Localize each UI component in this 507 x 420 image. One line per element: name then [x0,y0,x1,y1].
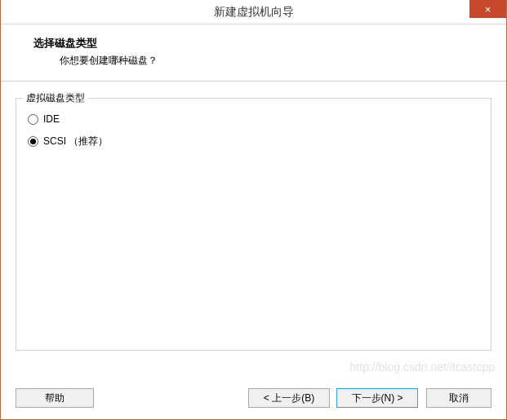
content-area: 虚拟磁盘类型 IDE SCSI （推荐） [1,82,506,380]
close-button[interactable]: × [469,0,506,18]
header-section: 选择磁盘类型 你想要创建哪种磁盘？ [1,24,506,82]
radio-option-ide[interactable]: IDE [28,113,479,125]
radio-icon [28,114,38,125]
next-button[interactable]: 下一步(N) > [336,388,418,408]
page-subtitle: 你想要创建哪种磁盘？ [60,54,490,68]
radio-label: SCSI （推荐） [43,135,108,148]
fieldset-legend: 虚拟磁盘类型 [23,91,88,105]
radio-label: IDE [43,113,60,125]
radio-option-scsi[interactable]: SCSI （推荐） [28,135,479,148]
radio-group: IDE SCSI （推荐） [28,113,479,148]
close-icon: × [485,3,491,15]
help-button[interactable]: 帮助 [16,388,94,408]
button-bar: 帮助 < 上一步(B) 下一步(N) > 取消 [1,380,506,419]
radio-icon [28,136,38,147]
titlebar: 新建虚拟机向导 × [1,0,506,24]
disk-type-fieldset: 虚拟磁盘类型 IDE SCSI （推荐） [16,98,491,351]
wizard-window: 新建虚拟机向导 × 选择磁盘类型 你想要创建哪种磁盘？ 虚拟磁盘类型 IDE S… [0,0,507,420]
back-button[interactable]: < 上一步(B) [248,388,330,408]
cancel-button[interactable]: 取消 [426,388,491,408]
window-title: 新建虚拟机向导 [214,5,294,20]
page-title: 选择磁盘类型 [33,36,490,51]
